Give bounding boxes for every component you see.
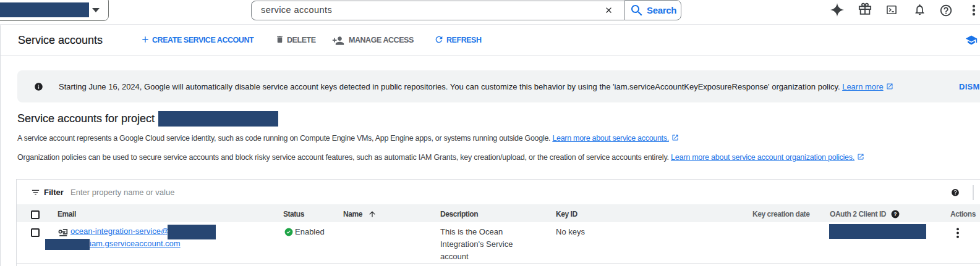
svg-text:?: ? bbox=[894, 212, 897, 217]
